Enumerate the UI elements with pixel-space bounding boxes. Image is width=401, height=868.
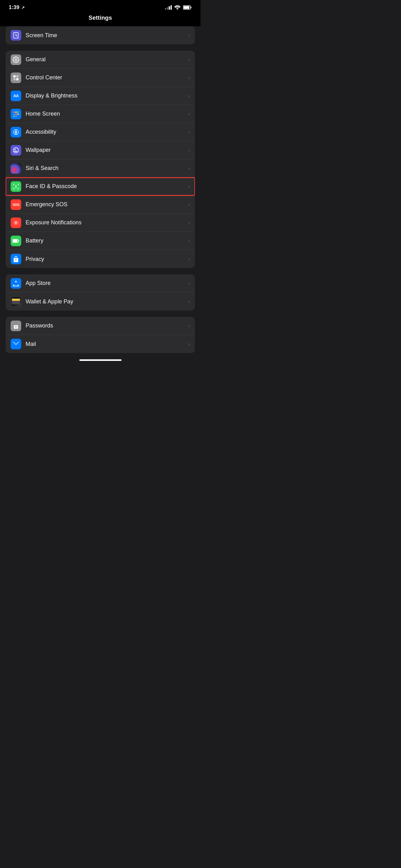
wallpaper-chevron: › <box>188 148 190 153</box>
control-center-label: Control Center <box>26 74 188 81</box>
settings-item-accessibility[interactable]: Accessibility › <box>6 123 195 141</box>
svg-rect-29 <box>12 300 20 301</box>
settings-item-exposure[interactable]: Exposure Notifications › <box>6 214 195 232</box>
svg-rect-10 <box>13 111 15 113</box>
screen-time-label: Screen Time <box>26 32 188 39</box>
page-bottom <box>0 359 201 367</box>
display-icon: AA <box>11 91 21 101</box>
wallet-chevron: › <box>188 299 190 304</box>
svg-rect-26 <box>19 240 19 242</box>
sos-chevron: › <box>188 202 190 208</box>
wifi-icon <box>174 5 180 10</box>
settings-item-app-store[interactable]: App Store › <box>6 274 195 292</box>
wallet-label: Wallet & Apple Pay <box>26 299 188 305</box>
general-label: General <box>26 56 188 63</box>
battery-chevron: › <box>188 238 190 244</box>
face-id-icon <box>11 181 21 192</box>
settings-item-general[interactable]: General › <box>6 51 195 69</box>
siri-icon <box>11 163 21 174</box>
general-icon <box>11 54 21 65</box>
wallet-icon <box>11 296 21 307</box>
home-screen-chevron: › <box>188 111 190 117</box>
settings-item-screen-time[interactable]: Screen Time › <box>6 26 195 44</box>
svg-rect-25 <box>13 239 17 242</box>
home-indicator <box>79 359 122 361</box>
settings-item-sos[interactable]: SOS Emergency SOS › <box>6 195 195 214</box>
settings-item-control-center[interactable]: Control Center › <box>6 69 195 87</box>
exposure-label: Exposure Notifications <box>26 219 188 226</box>
sos-label: Emergency SOS <box>26 201 188 208</box>
signal-bar-2 <box>167 7 168 10</box>
settings-item-wallet[interactable]: Wallet & Apple Pay › <box>6 292 195 311</box>
exposure-icon <box>11 217 21 228</box>
settings-item-battery[interactable]: Battery › <box>6 232 195 250</box>
general-chevron: › <box>188 57 190 62</box>
status-icons <box>165 5 192 10</box>
siri-chevron: › <box>188 165 190 171</box>
svg-rect-17 <box>15 115 17 117</box>
exposure-chevron: › <box>188 220 190 226</box>
home-screen-label: Home Screen <box>26 111 188 117</box>
svg-rect-15 <box>18 114 19 115</box>
sos-icon: SOS <box>11 199 21 210</box>
display-label: Display & Brightness <box>26 92 188 99</box>
settings-item-siri[interactable]: Siri & Search › <box>6 159 195 178</box>
display-chevron: › <box>188 93 190 99</box>
svg-rect-8 <box>13 78 15 80</box>
svg-rect-9 <box>16 78 19 80</box>
home-screen-icon <box>11 109 21 119</box>
passwords-chevron: › <box>188 323 190 329</box>
app-store-icon <box>11 278 21 289</box>
control-center-icon <box>11 72 21 83</box>
settings-item-passwords[interactable]: Passwords › <box>6 317 195 335</box>
mail-chevron: › <box>188 341 190 347</box>
accessibility-chevron: › <box>188 129 190 135</box>
screen-time-chevron: › <box>188 32 190 38</box>
settings-item-wallpaper[interactable]: Wallpaper › <box>6 141 195 159</box>
battery-label: Battery <box>26 238 188 244</box>
mail-icon <box>11 339 21 349</box>
svg-rect-7 <box>16 75 19 77</box>
settings-item-face-id[interactable]: Face ID & Passcode › <box>6 178 195 195</box>
signal-bar-4 <box>170 5 172 10</box>
settings-item-display[interactable]: AA Display & Brightness › <box>6 87 195 105</box>
settings-group-apps: Passwords › Mail › <box>6 317 195 353</box>
privacy-chevron: › <box>188 256 190 262</box>
siri-label: Siri & Search <box>26 165 188 172</box>
signal-bar-1 <box>165 8 166 10</box>
control-center-chevron: › <box>188 75 190 81</box>
settings-item-home-screen[interactable]: Home Screen › <box>6 105 195 123</box>
time-display: 1:39 <box>9 4 20 11</box>
settings-item-privacy[interactable]: Privacy › <box>6 250 195 268</box>
battery-status-icon <box>183 5 192 10</box>
signal-bars <box>165 5 172 10</box>
svg-rect-14 <box>15 114 17 115</box>
svg-point-5 <box>15 59 17 61</box>
screen-time-icon <box>11 30 21 41</box>
passwords-label: Passwords <box>26 322 188 329</box>
accessibility-icon <box>11 127 21 137</box>
settings-group-store: App Store › Wallet & Apple Pay › <box>6 274 195 311</box>
app-store-chevron: › <box>188 281 190 286</box>
location-icon: ↗ <box>21 5 25 10</box>
passwords-icon <box>11 320 21 331</box>
wallpaper-icon <box>11 145 21 156</box>
svg-rect-16 <box>13 115 15 117</box>
svg-rect-13 <box>13 114 15 115</box>
svg-point-0 <box>177 9 178 10</box>
svg-rect-12 <box>18 111 19 113</box>
svg-rect-6 <box>13 75 15 77</box>
mail-label: Mail <box>26 341 188 347</box>
battery-icon <box>11 236 21 246</box>
settings-group-screen-time: Screen Time › <box>6 26 195 44</box>
privacy-icon <box>11 254 21 264</box>
svg-point-20 <box>14 149 15 150</box>
settings-list: Screen Time › General › <box>0 26 201 353</box>
face-id-chevron: › <box>188 184 190 189</box>
settings-item-mail[interactable]: Mail › <box>6 335 195 353</box>
status-time: 1:39 ↗ <box>9 4 25 11</box>
page-title: Settings <box>0 13 201 26</box>
title-text: Settings <box>89 14 112 21</box>
svg-rect-2 <box>183 6 190 9</box>
svg-point-21 <box>15 222 17 224</box>
